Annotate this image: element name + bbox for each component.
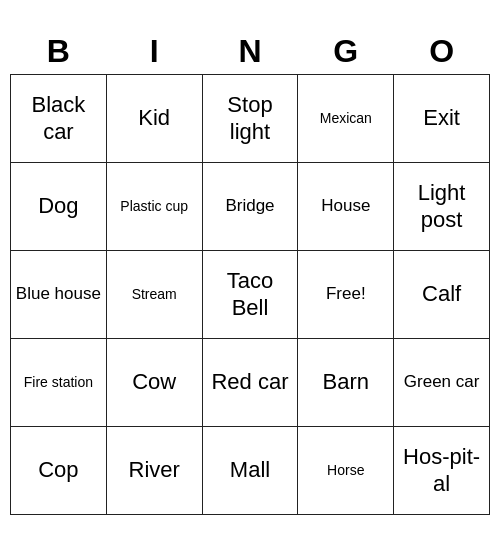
cell-text-1-3: House: [302, 196, 389, 216]
cell-3-4: Green car: [394, 339, 490, 427]
cell-1-2: Bridge: [202, 163, 298, 251]
cell-text-0-2: Stop light: [207, 92, 294, 145]
header-N: N: [202, 29, 298, 75]
cell-0-4: Exit: [394, 75, 490, 163]
cell-text-1-0: Dog: [15, 193, 102, 219]
cell-0-3: Mexican: [298, 75, 394, 163]
cell-4-2: Mall: [202, 427, 298, 515]
cell-1-4: Light post: [394, 163, 490, 251]
cell-text-0-0: Black car: [15, 92, 102, 145]
cell-text-3-2: Red car: [207, 369, 294, 395]
cell-3-0: Fire station: [11, 339, 107, 427]
cell-0-0: Black car: [11, 75, 107, 163]
cell-text-2-4: Calf: [398, 281, 485, 307]
cell-text-2-1: Stream: [111, 286, 198, 303]
bingo-header-row: BINGO: [11, 29, 490, 75]
cell-3-1: Cow: [106, 339, 202, 427]
cell-3-3: Barn: [298, 339, 394, 427]
cell-text-3-3: Barn: [302, 369, 389, 395]
cell-text-4-3: Horse: [302, 462, 389, 479]
cell-1-3: House: [298, 163, 394, 251]
cell-4-0: Cop: [11, 427, 107, 515]
row-4: CopRiverMallHorseHos-pit-al: [11, 427, 490, 515]
cell-text-3-1: Cow: [111, 369, 198, 395]
cell-2-4: Calf: [394, 251, 490, 339]
row-2: Blue houseStreamTaco BellFree!Calf: [11, 251, 490, 339]
cell-4-1: River: [106, 427, 202, 515]
cell-text-2-3: Free!: [302, 284, 389, 304]
cell-2-3: Free!: [298, 251, 394, 339]
row-1: DogPlastic cupBridgeHouseLight post: [11, 163, 490, 251]
row-0: Black carKidStop lightMexicanExit: [11, 75, 490, 163]
row-3: Fire stationCowRed carBarnGreen car: [11, 339, 490, 427]
cell-text-0-3: Mexican: [302, 110, 389, 127]
cell-text-1-1: Plastic cup: [111, 198, 198, 215]
header-O: O: [394, 29, 490, 75]
cell-3-2: Red car: [202, 339, 298, 427]
header-B: B: [11, 29, 107, 75]
cell-text-0-4: Exit: [398, 105, 485, 131]
cell-0-2: Stop light: [202, 75, 298, 163]
cell-2-0: Blue house: [11, 251, 107, 339]
cell-text-3-4: Green car: [398, 372, 485, 392]
cell-4-4: Hos-pit-al: [394, 427, 490, 515]
cell-text-2-0: Blue house: [15, 284, 102, 304]
cell-text-4-4: Hos-pit-al: [398, 444, 485, 497]
cell-4-3: Horse: [298, 427, 394, 515]
cell-2-2: Taco Bell: [202, 251, 298, 339]
cell-text-1-4: Light post: [398, 180, 485, 233]
header-I: I: [106, 29, 202, 75]
cell-text-0-1: Kid: [111, 105, 198, 131]
bingo-card: BINGO Black carKidStop lightMexicanExitD…: [10, 29, 490, 515]
cell-text-3-0: Fire station: [15, 374, 102, 391]
cell-text-4-1: River: [111, 457, 198, 483]
cell-text-1-2: Bridge: [207, 196, 294, 216]
header-G: G: [298, 29, 394, 75]
cell-text-4-0: Cop: [15, 457, 102, 483]
cell-1-1: Plastic cup: [106, 163, 202, 251]
cell-1-0: Dog: [11, 163, 107, 251]
cell-text-2-2: Taco Bell: [207, 268, 294, 321]
cell-text-4-2: Mall: [207, 457, 294, 483]
cell-0-1: Kid: [106, 75, 202, 163]
cell-2-1: Stream: [106, 251, 202, 339]
